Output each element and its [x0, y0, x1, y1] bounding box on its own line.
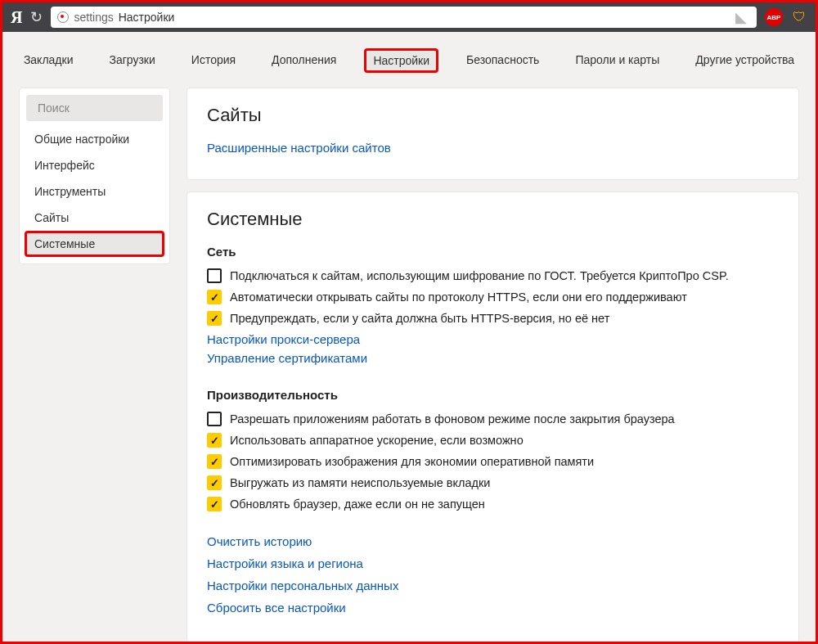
tab-history[interactable]: История	[183, 48, 244, 73]
sites-panel: Сайты Расширенные настройки сайтов	[187, 88, 799, 180]
tab-bookmarks[interactable]: Закладки	[16, 48, 82, 73]
label-update-browser: Обновлять браузер, даже если он не запущ…	[230, 497, 485, 511]
label-unload-tabs: Выгружать из памяти неиспользуемые вклад…	[230, 475, 490, 490]
label-gost: Подключаться к сайтам, использующим шифр…	[230, 268, 729, 283]
checkbox-gost[interactable]	[207, 268, 222, 283]
performance-heading: Производительность	[207, 388, 779, 402]
label-hw-accel: Использовать аппаратное ускорение, если …	[230, 433, 524, 448]
proxy-settings-link[interactable]: Настройки прокси-сервера	[207, 332, 779, 346]
checkbox-background-apps[interactable]	[207, 412, 222, 426]
checkbox-https-warn[interactable]	[207, 311, 222, 326]
yandex-logo[interactable]: Я	[11, 8, 22, 27]
checkbox-hw-accel[interactable]	[207, 433, 222, 448]
tab-settings[interactable]: Настройки	[364, 48, 438, 73]
tab-security[interactable]: Безопасность	[458, 48, 547, 73]
tab-devices[interactable]: Другие устройства	[687, 48, 802, 73]
tab-passwords[interactable]: Пароли и карты	[567, 48, 667, 73]
sidebar-item-system[interactable]: Системные	[25, 231, 164, 257]
sidebar-search[interactable]: Поиск	[26, 95, 163, 121]
network-heading: Сеть	[207, 245, 779, 259]
address-title: Настройки	[119, 11, 175, 24]
opt-unload-tabs: Выгружать из памяти неиспользуемые вклад…	[207, 475, 779, 490]
language-region-link[interactable]: Настройки языка и региона	[207, 556, 779, 570]
reload-icon[interactable]: ↻	[30, 8, 43, 26]
address-prefix: settings	[74, 11, 113, 24]
opt-update-browser: Обновлять браузер, даже если он не запущ…	[207, 497, 779, 511]
sites-panel-title: Сайты	[207, 105, 779, 126]
tab-downloads[interactable]: Загрузки	[101, 48, 163, 73]
titlebar: Я ↻ settings Настройки ◣ ABP 🛡	[2, 2, 816, 32]
abp-extension-icon[interactable]: ABP	[765, 8, 783, 26]
clear-history-link[interactable]: Очистить историю	[207, 534, 779, 548]
opt-gost: Подключаться к сайтам, использующим шифр…	[207, 268, 779, 283]
label-background-apps: Разрешать приложениям работать в фоновом…	[230, 412, 675, 426]
sidebar-item-general[interactable]: Общие настройки	[20, 126, 169, 152]
address-bar[interactable]: settings Настройки ◣	[51, 7, 757, 28]
checkbox-https-auto[interactable]	[207, 290, 222, 304]
content-area: Закладки Загрузки История Дополнения Нас…	[2, 32, 816, 642]
certificates-link[interactable]: Управление сертификатами	[207, 351, 779, 365]
checkbox-optimize-images[interactable]	[207, 454, 222, 469]
label-https-warn: Предупреждать, если у сайта должна быть …	[230, 311, 609, 326]
system-panel: Системные Сеть Подключаться к сайтам, ис…	[187, 191, 799, 643]
label-https-auto: Автоматически открывать сайты по протоко…	[230, 290, 687, 304]
top-tabs: Закладки Загрузки История Дополнения Нас…	[2, 32, 816, 88]
bookmark-icon[interactable]: ◣	[735, 8, 747, 26]
checkbox-unload-tabs[interactable]	[207, 475, 222, 490]
sidebar-item-sites[interactable]: Сайты	[20, 205, 169, 231]
personal-data-link[interactable]: Настройки персональных данных	[207, 579, 779, 592]
opt-https-auto: Автоматически открывать сайты по протоко…	[207, 290, 779, 304]
advanced-site-settings-link[interactable]: Расширенные настройки сайтов	[207, 141, 779, 155]
sidebar: Поиск Общие настройки Интерфейс Инструме…	[19, 88, 170, 264]
opt-optimize-images: Оптимизировать изображения для экономии …	[207, 454, 779, 469]
site-icon	[57, 11, 69, 23]
opt-https-warn: Предупреждать, если у сайта должна быть …	[207, 311, 779, 326]
opt-hw-accel: Использовать аппаратное ускорение, если …	[207, 433, 779, 448]
browser-window: Я ↻ settings Настройки ◣ ABP 🛡 Закладки …	[0, 0, 818, 644]
checkbox-update-browser[interactable]	[207, 497, 222, 511]
tab-addons[interactable]: Дополнения	[263, 48, 344, 73]
sidebar-item-interface[interactable]: Интерфейс	[20, 152, 169, 178]
bottom-links: Очистить историю Настройки языка и регио…	[207, 534, 779, 615]
system-panel-title: Системные	[207, 209, 779, 230]
opt-background-apps: Разрешать приложениям работать в фоновом…	[207, 412, 779, 426]
label-optimize-images: Оптимизировать изображения для экономии …	[230, 454, 594, 469]
main-column: Сайты Расширенные настройки сайтов Систе…	[187, 88, 799, 643]
sidebar-item-tools[interactable]: Инструменты	[20, 178, 169, 205]
shield-extension-icon[interactable]: 🛡	[791, 9, 807, 25]
reset-settings-link[interactable]: Сбросить все настройки	[207, 601, 779, 615]
